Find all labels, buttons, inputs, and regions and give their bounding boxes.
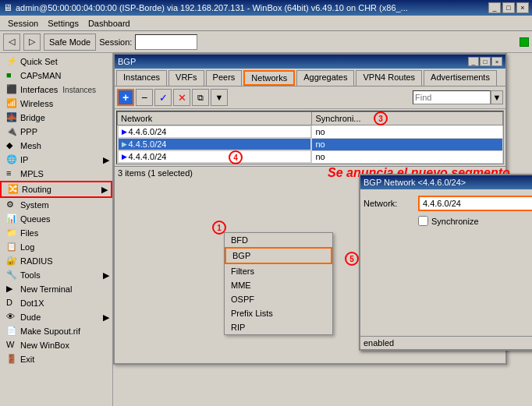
back-button[interactable]: ◁ bbox=[3, 34, 20, 51]
copy-button[interactable]: ⧉ bbox=[192, 89, 209, 106]
safe-mode-button[interactable]: Safe Mode bbox=[44, 34, 96, 51]
submenu-bgp[interactable]: BGP bbox=[225, 247, 332, 264]
terminal-icon: ▶ bbox=[6, 284, 17, 295]
forward-button[interactable]: ▷ bbox=[23, 34, 41, 51]
title-bar: 🖥 admin@50:00:00:04:00:00 (ISP-Borde) vi… bbox=[0, 0, 532, 16]
dialog-title-bar: BGP Network <4.4.6.0/24> _ □ × bbox=[360, 175, 532, 189]
dialog-status: enabled bbox=[360, 336, 532, 349]
bgp-minimize[interactable]: _ bbox=[468, 57, 479, 66]
find-dropdown[interactable]: ▼ bbox=[491, 90, 503, 104]
remove-network-button[interactable]: − bbox=[136, 89, 153, 106]
bgp-maximize[interactable]: □ bbox=[480, 57, 491, 66]
tab-networks[interactable]: Networks bbox=[243, 70, 295, 86]
tools-icon: 🔧 bbox=[6, 270, 17, 281]
sidebar-item-mesh[interactable]: ◆ Mesh bbox=[0, 139, 112, 153]
find-input[interactable] bbox=[413, 90, 491, 104]
add-network-button[interactable]: + bbox=[117, 89, 134, 106]
menu-session[interactable]: Session bbox=[3, 17, 43, 30]
submenu-bfd[interactable]: BFD bbox=[225, 233, 332, 247]
bgp-close[interactable]: × bbox=[491, 57, 502, 66]
tab-aggregates[interactable]: Aggregates bbox=[296, 70, 354, 86]
sidebar-item-dot1x[interactable]: D Dot1X bbox=[0, 296, 112, 310]
queues-icon: 📊 bbox=[6, 214, 17, 224]
bgp-title-bar: BGP _ □ × bbox=[115, 55, 505, 69]
sidebar-item-exit[interactable]: 🚪 Exit bbox=[0, 352, 112, 366]
menu-settings[interactable]: Settings bbox=[43, 17, 83, 30]
annotation-5: 5 bbox=[345, 252, 359, 266]
close-button[interactable]: × bbox=[516, 2, 529, 13]
quick-set-icon: ⚡ bbox=[6, 56, 17, 67]
dialog-title-text: BGP Network <4.4.6.0/24> bbox=[364, 178, 466, 187]
sidebar-item-ip[interactable]: 🌐 IP ▶ bbox=[0, 153, 112, 167]
dialog-body: Network: Synchronize OK Cancel Apply Dis… bbox=[360, 189, 532, 336]
synchronize-label: Synchronize bbox=[431, 217, 479, 226]
sidebar-item-capsman[interactable]: ■ CAPsMAN bbox=[0, 69, 112, 83]
wireless-icon: 📶 bbox=[6, 98, 17, 109]
col-network[interactable]: Network bbox=[118, 112, 312, 125]
bgp-window-title: BGP bbox=[118, 57, 136, 66]
mpls-icon: ≡ bbox=[6, 168, 17, 179]
sidebar-item-tools[interactable]: 🔧 Tools ▶ bbox=[0, 268, 112, 282]
sidebar-item-queues[interactable]: 📊 Queues bbox=[0, 212, 112, 226]
sidebar-item-interfaces[interactable]: ⬛ Interfaces Instances bbox=[0, 83, 112, 97]
sidebar-item-radius[interactable]: 🔐 RADIUS bbox=[0, 254, 112, 268]
session-input[interactable] bbox=[135, 34, 197, 50]
minimize-button[interactable]: _ bbox=[488, 2, 501, 13]
bgp-item-count: 3 items (1 selected) bbox=[118, 168, 193, 178]
annotation-3: 3 bbox=[374, 111, 388, 125]
bridge-icon: 🌉 bbox=[6, 112, 17, 123]
submenu-mme[interactable]: MME bbox=[225, 278, 332, 292]
bgp-table: Network Synchroni... ▶4.4.6.0/24 no ▶4.4… bbox=[117, 111, 503, 164]
sidebar-item-routing[interactable]: 🔀 Routing ▶ bbox=[0, 181, 112, 198]
sidebar-item-bridge[interactable]: 🌉 Bridge bbox=[0, 111, 112, 125]
sidebar-item-quick-set[interactable]: ⚡ Quick Set bbox=[0, 55, 112, 69]
files-icon: 📁 bbox=[6, 228, 17, 238]
dude-icon: 👁 bbox=[6, 312, 17, 323]
synchronize-checkbox[interactable] bbox=[418, 216, 428, 226]
mesh-icon: ◆ bbox=[6, 140, 17, 151]
tab-vpn4-routes[interactable]: VPN4 Routes bbox=[356, 70, 422, 86]
status-text: enabled bbox=[364, 338, 394, 348]
winbox-icon: W bbox=[6, 340, 17, 351]
submenu-ospf[interactable]: OSPF bbox=[225, 292, 332, 306]
table-row[interactable]: ▶4.4.6.0/24 no bbox=[118, 125, 503, 139]
bgp-table-container: Network Synchroni... ▶4.4.6.0/24 no ▶4.4… bbox=[116, 111, 504, 164]
filter-button[interactable]: ▼ bbox=[211, 89, 228, 106]
sidebar-item-system[interactable]: ⚙ System bbox=[0, 198, 112, 212]
submenu-filters[interactable]: Filters bbox=[225, 264, 332, 278]
ip-icon: 🌐 bbox=[6, 154, 17, 165]
sidebar-item-new-terminal[interactable]: ▶ New Terminal bbox=[0, 282, 112, 296]
submenu-rip[interactable]: RIP bbox=[225, 320, 332, 334]
sidebar-item-make-supout[interactable]: 📄 Make Supout.rif bbox=[0, 324, 112, 338]
dot1x-icon: D bbox=[6, 298, 17, 309]
apply-button[interactable]: ✓ bbox=[154, 89, 172, 106]
table-row[interactable]: ▶4.4.5.0/24 no bbox=[118, 138, 503, 150]
tab-vrfs[interactable]: VRFs bbox=[168, 70, 204, 86]
instances-badge: Instances bbox=[62, 86, 96, 94]
sidebar-item-log[interactable]: 📋 Log bbox=[0, 240, 112, 254]
dialog-form: Network: Synchronize bbox=[364, 196, 532, 330]
sidebar-item-wireless[interactable]: 📶 Wireless bbox=[0, 97, 112, 111]
tab-advertisements[interactable]: Advertisements bbox=[424, 70, 497, 86]
sidebar-item-ppp[interactable]: 🔌 PPP bbox=[0, 125, 112, 139]
col-sync[interactable]: Synchroni... bbox=[312, 112, 503, 125]
sidebar-item-files[interactable]: 📁 Files bbox=[0, 226, 112, 240]
sidebar-item-new-winbox[interactable]: W New WinBox bbox=[0, 338, 112, 352]
table-row[interactable]: ▶4.4.4.0/24 no bbox=[118, 150, 503, 163]
sidebar-item-dude[interactable]: 👁 Dude ▶ bbox=[0, 310, 112, 324]
network-cell: ▶4.4.4.0/24 bbox=[118, 150, 312, 163]
submenu-prefix-lists[interactable]: Prefix Lists bbox=[225, 306, 332, 320]
sidebar-item-mpls[interactable]: ≡ MPLS bbox=[0, 167, 112, 181]
sidebar: ⚡ Quick Set ■ CAPsMAN ⬛ Interfaces Insta… bbox=[0, 53, 113, 406]
cancel-button[interactable]: ✕ bbox=[173, 89, 190, 106]
tab-instances[interactable]: Instances bbox=[116, 70, 167, 86]
bgp-find-area: ▼ bbox=[413, 90, 503, 104]
tab-peers[interactable]: Peers bbox=[206, 70, 243, 86]
maximize-button[interactable]: □ bbox=[502, 2, 515, 13]
exit-icon: 🚪 bbox=[6, 354, 17, 365]
network-label: Network: bbox=[364, 199, 418, 208]
network-input[interactable] bbox=[418, 196, 532, 211]
bgp-network-dialog: BGP Network <4.4.6.0/24> _ □ × Network: bbox=[359, 174, 532, 351]
menu-dashboard[interactable]: Dashboard bbox=[83, 17, 135, 30]
annotation-4: 4 bbox=[229, 150, 243, 164]
